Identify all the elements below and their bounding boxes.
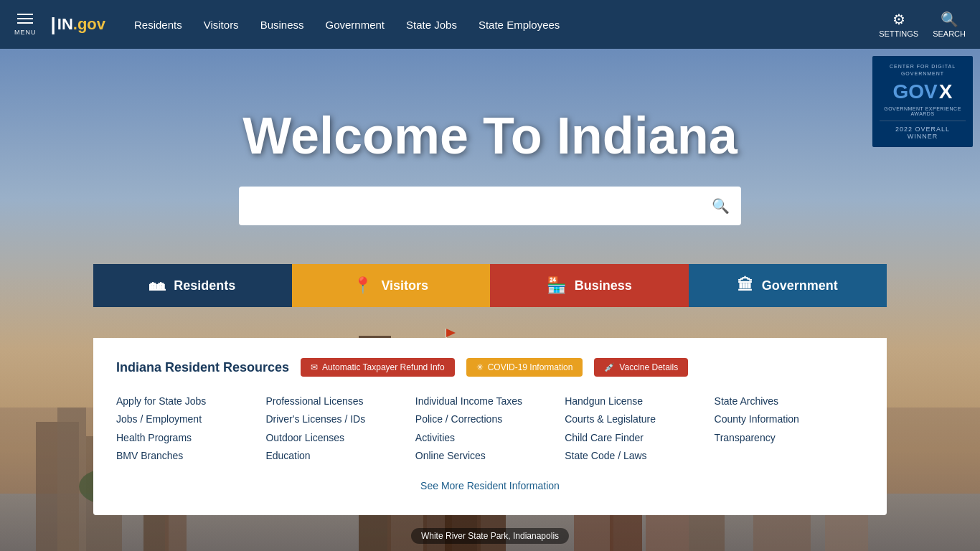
location-label: White River State Park, Indianapolis [411,528,569,544]
govx-sub-text: GOVERNMENT EXPERIENCE AWARDS [880,106,966,116]
govx-top-text: CENTER FOR DIGITAL GOVERNMENT [880,63,966,77]
resource-link[interactable]: State Code / Laws [565,450,646,461]
tab-government-label: Government [762,278,838,293]
hero-search-icon[interactable]: 🔍 [712,197,730,215]
category-tabs: 🏘 Residents 📍 Visitors 🏪 Business 🏛 Gove… [93,264,887,307]
settings-label: SETTINGS [879,29,918,38]
resources-header: Indiana Resident Resources ✉ Automatic T… [116,358,864,377]
torch-icon: | [51,14,56,36]
nav-government[interactable]: Government [326,19,385,31]
govx-gov-part: GOV [893,80,938,103]
tab-business-label: Business [575,278,632,293]
resource-link[interactable]: Individual Income Taxes [415,395,522,407]
tab-visitors-label: Visitors [381,278,428,293]
nav-state-employees[interactable]: State Employees [479,19,560,31]
resource-link[interactable]: Professional Licenses [265,395,363,407]
tab-visitors[interactable]: 📍 Visitors [292,264,491,307]
business-icon: 🏪 [547,276,566,295]
resource-column-4: State ArchivesCounty InformationTranspar… [715,392,864,465]
nav-state-jobs[interactable]: State Jobs [406,19,457,31]
badge-covid-label: COVID-19 Information [488,362,573,372]
govx-badge: CENTER FOR DIGITAL GOVERNMENT GOVX GOVER… [872,56,973,147]
resource-link[interactable]: Online Services [415,450,486,461]
vaccine-icon: 💉 [604,362,615,372]
resource-link[interactable]: Child Care Finder [565,432,644,443]
nav-visitors[interactable]: Visitors [204,19,239,31]
government-icon: 🏛 [738,276,753,295]
resource-link[interactable]: County Information [715,413,799,425]
tax-icon: ✉ [311,362,318,372]
hero-search-bar: 🔍 [239,187,741,225]
resource-link[interactable]: Education [265,450,310,461]
resource-link[interactable]: Courts & Legislature [565,413,656,425]
search-label: SEARCH [933,29,966,38]
residents-icon: 🏘 [149,276,165,295]
logo-text: IN.gov [57,15,105,34]
resource-link[interactable]: State Archives [715,395,779,407]
badge-vaccine-label: Vaccine Details [619,362,678,372]
search-icon: 🔍 [941,11,958,28]
covid-icon: ✳ [476,362,484,372]
tab-residents-label: Residents [174,278,235,293]
nav-residents[interactable]: Residents [134,19,182,31]
badge-tax[interactable]: ✉ Automatic Taxpayer Refund Info [301,358,455,377]
see-more-link[interactable]: See More Resident Information [420,480,560,491]
hero-search-input[interactable] [250,199,705,212]
resources-panel: Indiana Resident Resources ✉ Automatic T… [93,338,887,515]
visitors-icon: 📍 [353,276,372,295]
main-nav: Residents Visitors Business Government S… [134,19,879,31]
resource-link[interactable]: Outdoor Licenses [265,432,344,443]
settings-icon: ⚙ [892,11,905,28]
resources-grid: Apply for State JobsJobs / EmploymentHea… [116,392,864,465]
resource-column-0: Apply for State JobsJobs / EmploymentHea… [116,392,265,465]
resource-link[interactable]: Activities [415,432,455,443]
hero-content: Welcome To Indiana 🔍 [0,49,980,225]
site-header: MENU | IN.gov Residents Visitors Busines… [0,0,980,49]
govx-x-part: X [939,80,953,103]
tab-business[interactable]: 🏪 Business [490,264,689,307]
see-more: See More Resident Information [116,479,864,492]
settings-button[interactable]: ⚙ SETTINGS [879,11,918,38]
resources-title: Indiana Resident Resources [116,360,289,375]
resource-column-3: Handgun LicenseCourts & LegislatureChild… [565,392,714,465]
resource-link[interactable]: Handgun License [565,395,643,407]
badge-tax-label: Automatic Taxpayer Refund Info [322,362,445,372]
hero-title: Welcome To Indiana [242,106,737,165]
hero-section: CENTER FOR DIGITAL GOVERNMENT GOVX GOVER… [0,49,980,551]
menu-label: MENU [14,29,37,36]
resource-link[interactable]: Driver's Licenses / IDs [265,413,365,425]
badge-vaccine[interactable]: 💉 Vaccine Details [594,358,688,377]
menu-button[interactable]: MENU [14,14,37,36]
resource-link[interactable]: BMV Branches [116,450,183,461]
nav-business[interactable]: Business [260,19,304,31]
resource-link[interactable]: Transparency [715,432,776,443]
site-logo[interactable]: | IN.gov [51,14,106,36]
badge-covid[interactable]: ✳ COVID-19 Information [466,358,583,377]
resource-column-2: Individual Income TaxesPolice / Correcti… [415,392,565,465]
resource-link[interactable]: Jobs / Employment [116,413,202,425]
tab-government[interactable]: 🏛 Government [689,264,887,307]
resource-column-1: Professional LicensesDriver's Licenses /… [265,392,415,465]
resource-link[interactable]: Apply for State Jobs [116,395,206,407]
header-actions: ⚙ SETTINGS 🔍 SEARCH [879,11,966,38]
resource-link[interactable]: Health Programs [116,432,192,443]
resource-link[interactable]: Police / Corrections [415,413,502,425]
tab-residents[interactable]: 🏘 Residents [93,264,292,307]
govx-logo: GOVX [880,80,966,103]
search-button[interactable]: 🔍 SEARCH [933,11,966,38]
govx-winner-text: 2022 OVERALL WINNER [880,126,966,140]
govx-divider [880,121,966,121]
